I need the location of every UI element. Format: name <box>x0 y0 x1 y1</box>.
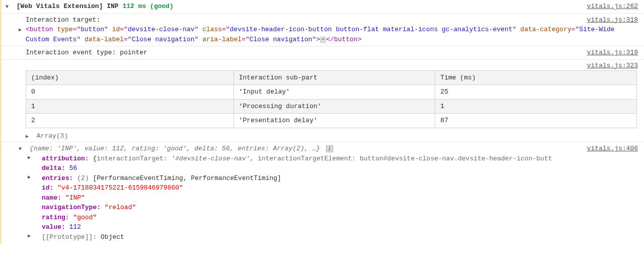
source-link[interactable]: vitals.js:323 <box>587 61 638 71</box>
table-row: 0 'Input delay' 25 <box>26 85 637 100</box>
table-row: 2 'Presentation delay' 87 <box>26 114 637 128</box>
metric-value: 112 ms <box>122 3 146 10</box>
object-row: vitals.js:406 {name: 'INP', value: 112, … <box>2 142 644 244</box>
ellipsis-icon[interactable]: ⋯ <box>320 36 326 43</box>
source-link[interactable]: vitals.js:262 <box>587 2 638 12</box>
console-group: [Web Vitals Extension] INP 112 ms (good)… <box>0 0 644 244</box>
table-header-row: (index) Interaction sub-part Time (ms) <box>26 70 637 85</box>
timing-table-row: vitals.js:323 (index) Interaction sub-pa… <box>2 59 644 142</box>
metric-name: INP <box>107 3 118 10</box>
object-summary-text: name: 'INP', value: 112, rating: 'good',… <box>34 145 316 152</box>
col-time: Time (ms) <box>435 70 637 85</box>
chevron-right-icon[interactable] <box>19 26 25 32</box>
prop-attribution[interactable]: attribution: {interactionTarget: '#devsi… <box>26 154 640 164</box>
timing-table: (index) Interaction sub-part Time (ms) 0… <box>26 70 637 128</box>
object-summary[interactable]: {name: 'INP', value: 112, rating: 'good'… <box>26 144 640 154</box>
source-link[interactable]: vitals.js:318 <box>587 15 638 25</box>
extension-prefix: [Web Vitals Extension] <box>17 3 103 10</box>
prop-name: name: "INP" <box>26 193 640 203</box>
console-group-header[interactable]: [Web Vitals Extension] INP 112 ms (good)… <box>2 0 644 13</box>
event-type-label: Interaction event type: pointer <box>26 49 147 56</box>
object-summary-close: } <box>316 145 320 152</box>
prop-navigation-type: navigationType: "reload" <box>26 203 640 213</box>
object-summary-open: { <box>30 145 34 152</box>
prop-delta: delta: 56 <box>26 163 640 173</box>
source-link[interactable]: vitals.js:319 <box>587 48 638 58</box>
interaction-event-type-row: Interaction event type: pointer vitals.j… <box>2 46 644 59</box>
col-subpart: Interaction sub-part <box>233 70 435 85</box>
chevron-down-icon[interactable] <box>19 145 25 151</box>
chevron-right-icon[interactable] <box>28 173 34 179</box>
html-open-tag: <button <box>26 26 53 33</box>
table-row: 1 'Processing duration' 1 <box>26 99 637 114</box>
col-index: (index) <box>26 70 234 85</box>
html-close-tag: </button> <box>326 36 361 43</box>
chevron-down-icon[interactable] <box>6 3 12 9</box>
metric-rating: (good) <box>150 3 174 10</box>
info-icon[interactable]: i <box>326 145 333 152</box>
source-link[interactable]: vitals.js:406 <box>587 144 638 154</box>
chevron-right-icon[interactable] <box>28 232 34 238</box>
prop-id: id: "v4-1718034175221-6159846979860" <box>26 183 640 193</box>
interaction-target-label: Interaction target: <box>26 16 100 24</box>
chevron-right-icon[interactable] <box>26 133 32 139</box>
prop-value: value: 112 <box>26 222 640 232</box>
chevron-right-icon[interactable] <box>28 154 34 160</box>
interaction-target-row: Interaction target: vitals.js:318 <box>2 13 644 25</box>
prop-prototype[interactable]: [[Prototype]]: Object <box>26 232 640 242</box>
prop-rating: rating: "good" <box>26 213 640 223</box>
prop-entries[interactable]: entries: (2) [PerformanceEventTiming, Pe… <box>26 173 640 183</box>
interaction-target-html[interactable]: <button type="button" id="devsite-close-… <box>2 25 644 46</box>
array-summary[interactable]: Array(3) <box>14 130 639 141</box>
